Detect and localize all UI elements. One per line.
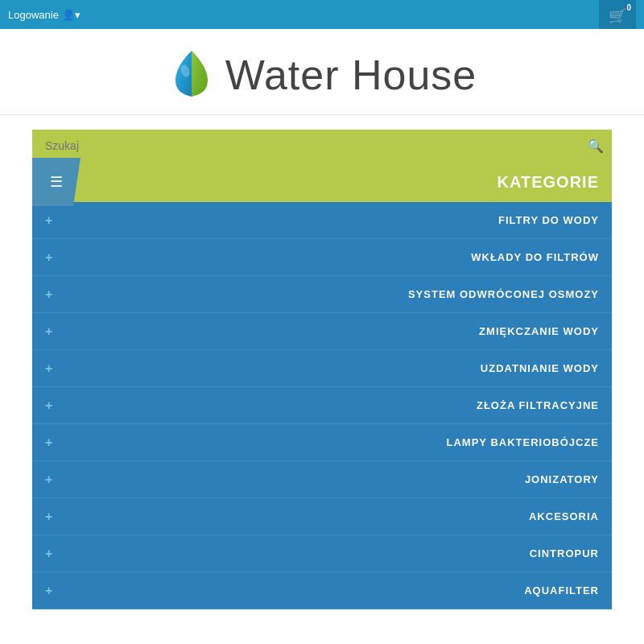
category-expand-icon: + [45,398,52,413]
category-expand-icon: + [45,547,52,561]
category-label: FILTRY DO WODY [60,214,599,226]
hamburger-icon: ☰ [50,173,63,191]
hamburger-button[interactable]: ☰ [32,158,80,206]
logo-drop-icon [167,47,216,103]
category-expand-icon: + [45,584,52,598]
logo-area: Water House [0,29,644,115]
logo-text: Water House [225,51,477,99]
category-item[interactable]: +ZŁOŻA FILTRACYJNE [32,387,612,424]
category-label: JONIZATORY [60,473,599,485]
login-label: Logowanie [8,9,59,21]
top-bar: Logowanie 👤▾ 0 🛒 [0,0,644,29]
category-expand-icon: + [45,324,52,339]
category-item[interactable]: +LAMPY BAKTERIOBÓJCZE [32,424,612,461]
category-expand-icon: + [45,287,52,302]
category-item[interactable]: +FILTRY DO WODY [32,202,612,239]
category-label: AQUAFILTER [60,584,599,597]
cart-button[interactable]: 0 🛒 [599,0,636,29]
category-item[interactable]: +CINTROPUR [32,535,612,572]
category-item[interactable]: +AKCESORIA [32,498,612,535]
search-button[interactable]: 🔍 [588,138,604,154]
category-label: SYSTEM ODWRÓCONEJ OSMOZY [60,288,599,300]
search-icon: 🔍 [588,139,604,153]
user-icon: 👤▾ [62,9,80,21]
category-item[interactable]: +ZMIĘKCZANIE WODY [32,313,612,350]
category-label: ZŁOŻA FILTRACYJNE [60,399,599,411]
category-label: LAMPY BAKTERIOBÓJCZE [60,436,599,448]
search-bar: 🔍 [32,130,612,162]
cart-icon: 🛒 [609,7,626,25]
category-item[interactable]: +AQUAFILTER [32,572,612,609]
category-expand-icon: + [45,436,52,450]
category-item[interactable]: +WKŁADY DO FILTRÓW [32,239,612,276]
categories-header: ☰ KATEGORIE [32,162,612,202]
category-item[interactable]: +UZDATNIANIE WODY [32,350,612,387]
category-expand-icon: + [45,213,52,228]
category-label: AKCESORIA [60,510,599,522]
category-expand-icon: + [45,510,52,524]
category-expand-icon: + [45,473,52,487]
category-expand-icon: + [45,361,52,376]
cart-badge: 0 [626,3,631,12]
category-label: UZDATNIANIE WODY [60,362,599,374]
category-expand-icon: + [45,250,52,265]
login-link[interactable]: Logowanie 👤▾ [8,9,80,21]
category-label: ZMIĘKCZANIE WODY [60,325,599,337]
categories-title: KATEGORIE [32,173,612,192]
search-input[interactable] [40,139,588,152]
category-label: WKŁADY DO FILTRÓW [60,251,599,263]
category-item[interactable]: +SYSTEM ODWRÓCONEJ OSMOZY [32,276,612,313]
category-item[interactable]: +JONIZATORY [32,461,612,498]
category-label: CINTROPUR [60,547,599,559]
category-list: +FILTRY DO WODY+WKŁADY DO FILTRÓW+SYSTEM… [32,202,612,609]
